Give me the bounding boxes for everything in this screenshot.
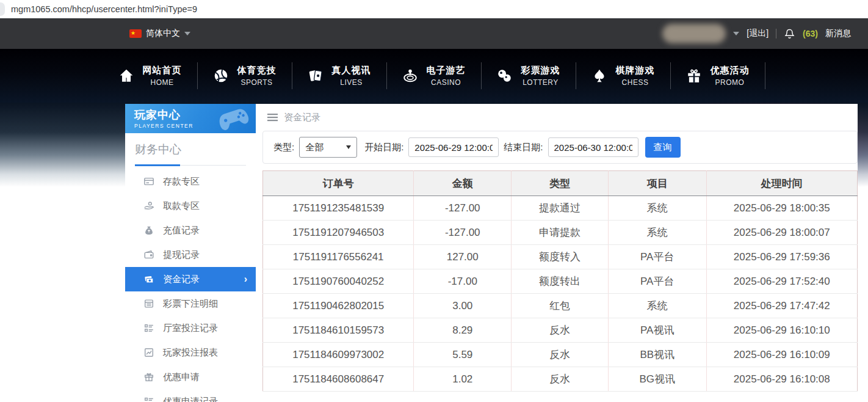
table-cell: 2025-06-29 18:00:35 xyxy=(706,196,857,221)
nav-label-en: CHESS xyxy=(622,78,649,87)
table-row: 17511846101595738.29反水PA视讯2025-06-29 16:… xyxy=(263,318,858,343)
gift-icon xyxy=(686,68,703,84)
sidebar-item-fund-records[interactable]: 资金记录› xyxy=(125,267,256,291)
sidebar-menu: 存款专区›取款专区›充值记录›提现记录›资金记录›彩票下注明细›厅室投注记录›玩… xyxy=(125,169,256,402)
sidebar-item-label: 彩票下注明细 xyxy=(163,298,218,310)
nav-item-sports[interactable]: 体育竞技SPORTS xyxy=(198,65,292,87)
nav-item-lottery[interactable]: 彩票游戏LOTTERY xyxy=(482,65,576,87)
nav-label-cn: 棋牌游戏 xyxy=(616,65,655,76)
page-url: mgm1065.com/hhcp/usercenter.html?iniType… xyxy=(11,4,197,14)
nav-label-en: LOTTERY xyxy=(523,78,559,87)
table-cell: BG视讯 xyxy=(608,367,706,392)
table-row: 17511904628020153.00红包系统2025-06-29 17:47… xyxy=(263,294,858,318)
nav-label-en: PROMO xyxy=(715,78,745,87)
language-selector[interactable]: ★ 简体中文 xyxy=(129,28,190,39)
nav-item-home[interactable]: 网站首页HOME xyxy=(103,65,197,87)
table-cell: PA视讯 xyxy=(608,318,706,343)
end-date-input[interactable] xyxy=(548,137,638,157)
table-cell: 1751191235481539 xyxy=(263,196,414,221)
cards-icon xyxy=(308,68,324,84)
sidebar-item-promo-apply[interactable]: 优惠申请› xyxy=(125,365,256,389)
bell-icon[interactable] xyxy=(784,28,795,40)
new-messages-link[interactable]: 新消息 xyxy=(825,28,851,39)
sidebar-item-label: 优惠申请记录 xyxy=(163,396,218,402)
sidebar-item-deposit-zone[interactable]: 存款专区› xyxy=(125,169,256,194)
table-cell: 1751191176556241 xyxy=(263,245,414,269)
table-cell: 1751184610159573 xyxy=(263,318,414,343)
sidebar-item-withdraw-zone[interactable]: 取款专区› xyxy=(125,194,256,218)
table-cell: 2025-06-29 16:10:09 xyxy=(706,343,857,367)
deposit-card-icon xyxy=(143,176,154,188)
table-cell: 1751184608608647 xyxy=(263,367,414,392)
sidebar-item-withdrawal-records[interactable]: 提现记录› xyxy=(125,243,256,267)
sports-ball-icon xyxy=(213,68,230,84)
type-select[interactable]: 全部 xyxy=(299,137,357,158)
nav-label-cn: 电子游艺 xyxy=(427,65,466,76)
table-cell: 1.02 xyxy=(414,367,512,392)
browser-address-bar[interactable]: mgm1065.com/hhcp/usercenter.html?iniType… xyxy=(0,0,868,18)
table-cell: 1751184609973002 xyxy=(263,343,414,367)
column-header: 订单号 xyxy=(263,171,414,196)
table-cell: 2025-06-29 18:00:07 xyxy=(706,221,857,245)
type-select-value: 全部 xyxy=(305,142,324,153)
table-row: 1751191207946503-127.00申请提款系统2025-06-29 … xyxy=(263,221,858,245)
select-chevron-icon xyxy=(346,145,351,149)
breadcrumb: 资金记录 xyxy=(262,104,858,131)
list-check-icon xyxy=(143,323,154,334)
table-cell: 1751190760040252 xyxy=(263,269,414,294)
column-header: 金额 xyxy=(414,171,512,196)
nav-item-lives[interactable]: 真人视讯LIVES xyxy=(292,65,386,87)
table-row: 1751190760040252-17.00额度转出PA平台2025-06-29… xyxy=(263,269,858,294)
table-cell: 红包 xyxy=(512,294,609,318)
table-cell: 反水 xyxy=(512,318,609,343)
sidebar: 玩家中心 PLAYERS CENTER 财务中心 存款专区›取款专区›充值记录›… xyxy=(125,104,256,402)
start-date-input[interactable] xyxy=(408,137,499,157)
breadcrumb-label: 资金记录 xyxy=(284,112,320,123)
column-header: 类型 xyxy=(512,171,609,196)
sidebar-item-label: 玩家投注报表 xyxy=(163,347,218,359)
nav-label-en: CASINO xyxy=(431,78,461,87)
nav-item-chess[interactable]: 棋牌游戏CHESS xyxy=(576,65,670,87)
section-underline xyxy=(135,165,246,166)
filter-bar: 类型: 全部 开始日期: 结束日期: 查询 xyxy=(262,131,858,164)
table-cell: 3.00 xyxy=(414,294,512,318)
nav-label-en: HOME xyxy=(151,78,174,87)
table-cell: 5.59 xyxy=(414,343,512,367)
nav-label-cn: 彩票游戏 xyxy=(521,65,560,76)
table-cell: 2025-06-29 17:47:42 xyxy=(706,294,857,318)
hand-money-icon xyxy=(143,200,154,212)
nav-label-cn: 体育竞技 xyxy=(237,65,277,76)
logout-link[interactable]: [退出] xyxy=(747,28,769,39)
language-label: 简体中文 xyxy=(146,28,180,39)
nav-item-promo[interactable]: 优惠活动PROMO xyxy=(671,65,765,87)
table-cell: 系统 xyxy=(608,221,706,245)
user-chevron-down-icon[interactable] xyxy=(733,32,739,35)
start-date-label: 开始日期: xyxy=(364,142,403,153)
nav-label-cn: 网站首页 xyxy=(143,65,182,76)
roulette-icon xyxy=(402,68,419,84)
table-cell: PA平台 xyxy=(608,245,706,269)
sidebar-item-promo-apply-records[interactable]: 优惠申请记录› xyxy=(125,389,256,402)
chart-icon xyxy=(143,347,154,359)
search-button[interactable]: 查询 xyxy=(645,137,681,158)
table-cell: 额度转入 xyxy=(512,245,609,269)
end-date-label: 结束日期: xyxy=(504,142,543,153)
home-icon xyxy=(118,68,135,84)
chevron-down-icon xyxy=(184,32,190,35)
message-count[interactable]: (63) xyxy=(803,29,818,38)
sidebar-item-hall-bet-records[interactable]: 厅室投注记录› xyxy=(125,316,256,340)
nav-item-casino[interactable]: 电子游艺CASINO xyxy=(387,65,481,87)
username-redacted[interactable] xyxy=(662,24,726,43)
table-row: 1751191176556241127.00额度转入PA平台2025-06-29… xyxy=(263,245,858,269)
nav-divider xyxy=(765,62,765,89)
sidebar-item-lottery-bet-details[interactable]: 彩票下注明细› xyxy=(125,291,256,316)
sidebar-item-player-bet-report[interactable]: 玩家投注报表› xyxy=(125,340,256,365)
fund-records-table: 订单号金额类型项目处理时间 1751191235481539-127.00提款通… xyxy=(262,170,858,392)
nav-label-en: LIVES xyxy=(340,78,363,87)
table-cell: 反水 xyxy=(512,367,609,392)
table-row: 1751191235481539-127.00提款通过系统2025-06-29 … xyxy=(263,196,858,221)
column-header: 项目 xyxy=(608,171,706,196)
sidebar-item-recharge-records[interactable]: 充值记录› xyxy=(125,218,256,243)
table-cell: 2025-06-29 16:10:10 xyxy=(706,318,857,343)
wallet-icon xyxy=(143,249,154,261)
